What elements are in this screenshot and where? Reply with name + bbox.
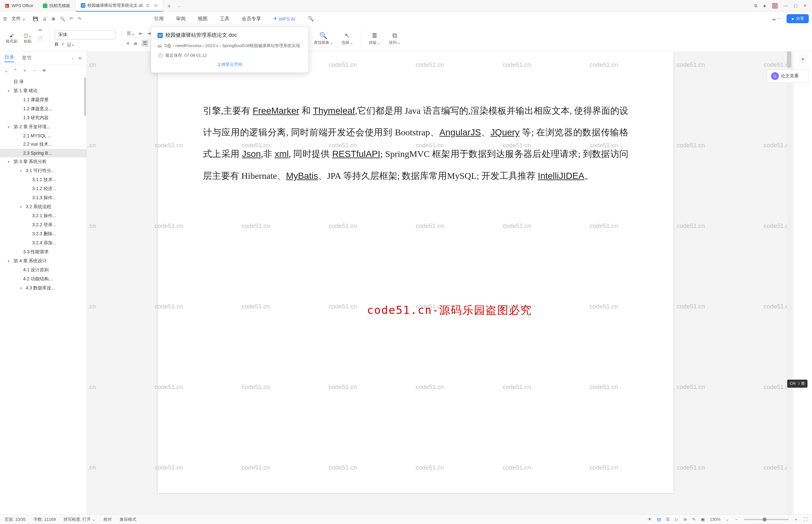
toc-down-icon[interactable]: ⌄	[4, 68, 9, 73]
toc-item[interactable]: ▾第 3 章 系统分析	[0, 157, 87, 166]
toc-item[interactable]: 3.1.1 技术...	[0, 175, 87, 184]
tab-document[interactable]: W 校园健康驿站管理系统论文.dc ⧉ ✕	[76, 0, 163, 12]
toc-item[interactable]: 1.1 课题背景	[0, 95, 87, 104]
undo-icon[interactable]: ↶	[70, 16, 73, 21]
zoom-in-icon[interactable]: ＋	[794, 517, 798, 522]
status-compat[interactable]: 兼容模式	[119, 517, 136, 522]
share-button[interactable]: ➤ 分享	[786, 14, 809, 23]
arrange-icon[interactable]: ⧉	[393, 32, 397, 39]
toc-item[interactable]: ▾第 4 章 系统设计	[0, 257, 87, 265]
search-icon[interactable]: 🔍	[308, 16, 314, 21]
toc-item[interactable]: ▾第 2 章 开发环境...	[0, 122, 87, 131]
align-left-icon[interactable]: ≡	[127, 40, 130, 46]
menu-tools[interactable]: 工具	[220, 16, 229, 22]
view-print-icon[interactable]: ▤	[657, 517, 661, 522]
italic-icon[interactable]: I	[62, 41, 64, 47]
find-icon[interactable]: 🔍	[319, 32, 327, 39]
toc-item[interactable]: 2.3 Spring B...	[0, 149, 87, 157]
toc-item[interactable]: 2.1 MYSQL ...	[0, 131, 87, 140]
toc-item[interactable]: 3.2.3 删除...	[0, 229, 87, 239]
add-tab-button[interactable]: ＋	[163, 2, 175, 10]
view-focus-icon[interactable]: ▣	[701, 517, 705, 522]
sidebar-tab-toc[interactable]: 目录	[4, 54, 14, 62]
status-page[interactable]: 页面: 10/35	[4, 517, 26, 522]
toc-item[interactable]: 3.3 性能需求	[0, 247, 87, 257]
popout-icon[interactable]: ⧉	[146, 3, 149, 8]
fullscreen-icon[interactable]: ⛶	[803, 517, 808, 522]
close-window-icon[interactable]: ✕	[803, 3, 807, 8]
upload-cloud-link[interactable]: 上传至云空间	[158, 62, 302, 67]
toc-item[interactable]: ▾4.3 数据库设...	[0, 283, 87, 293]
toc-item[interactable]: ▾3.2 系统流程	[0, 202, 87, 211]
bullets-icon[interactable]: ☰⌄	[127, 31, 135, 36]
export-icon[interactable]: 🖨	[43, 16, 47, 21]
view-read-icon[interactable]: 👁	[648, 517, 652, 522]
underline-icon[interactable]: U⌄	[67, 41, 75, 47]
paper-check-button[interactable]: G论文查重	[767, 69, 809, 83]
bold-icon[interactable]: B	[55, 41, 58, 47]
tab-menu-dropdown[interactable]: ⌄	[177, 3, 181, 8]
font-name-select[interactable]: 宋体	[55, 30, 116, 39]
toc-item[interactable]: 2.2 vue 技术...	[0, 140, 87, 149]
menu-review[interactable]: 审阅	[176, 16, 186, 22]
hamburger-icon[interactable]: ☰	[3, 16, 7, 21]
toc-item[interactable]: 4.1 设计原则	[0, 265, 87, 275]
tab-template[interactable]: 找稻壳模板	[38, 0, 76, 12]
zoom-value[interactable]: 130%	[710, 517, 720, 522]
menu-reference[interactable]: 引用	[154, 16, 164, 22]
toc-item[interactable]: 3.1.2 经济...	[0, 184, 87, 193]
toc-add-icon[interactable]: ＋	[22, 68, 27, 73]
menu-view[interactable]: 视图	[198, 16, 208, 22]
file-menu[interactable]: 文件⌄	[9, 15, 28, 23]
sidebar-tab-chapter[interactable]: 章节	[22, 55, 32, 61]
toc-up-icon[interactable]: ⌃	[14, 68, 17, 73]
zoom-out-icon[interactable]: －	[734, 517, 739, 522]
redo-icon[interactable]: ↷	[78, 16, 81, 21]
sidebar-next-icon[interactable]: ›	[72, 55, 73, 61]
toc-item[interactable]: 1.3 研究内容	[0, 113, 87, 122]
align-justify-icon[interactable]: ☰	[142, 39, 148, 47]
menu-vip[interactable]: 会员专享	[242, 16, 261, 22]
indent-dec-icon[interactable]: ⇤	[139, 31, 143, 36]
save-icon[interactable]: 💾	[33, 16, 38, 21]
preview-icon[interactable]: 🔍	[60, 16, 65, 21]
toc-item[interactable]: 1.2 课题意义...	[0, 104, 87, 113]
select-icon[interactable]: ↖	[345, 32, 350, 39]
document-canvas[interactable]: 引擎,主要有 FreeMarker 和 Thymeleaf,它们都是用 Java…	[87, 52, 812, 514]
toc-remove-icon[interactable]: －	[32, 68, 37, 73]
sidebar-close-icon[interactable]: ✕	[78, 55, 82, 61]
zoom-slider[interactable]	[744, 519, 789, 520]
toc-item[interactable]: 3.2.1 操作...	[0, 211, 87, 220]
cube-icon[interactable]: ◈	[763, 3, 766, 8]
align-center-icon[interactable]: ≣	[133, 40, 137, 46]
minimize-icon[interactable]: —	[784, 3, 788, 8]
avatar-icon[interactable]	[772, 3, 778, 9]
status-proof[interactable]: 校对	[103, 517, 112, 522]
view-play-icon[interactable]: ▷	[675, 517, 678, 522]
paste-icon[interactable]: 📋⌄	[23, 33, 32, 38]
menu-wps-ai[interactable]: ✦ WPS AI	[273, 16, 296, 21]
layout-icon[interactable]: ≣	[372, 32, 377, 39]
view-outline-icon[interactable]: ☰	[666, 517, 670, 522]
cut-icon[interactable]: ✂	[39, 28, 42, 33]
toc-item[interactable]: ▾第 1 章 绪论	[0, 86, 87, 95]
toc-item[interactable]: ▾3.1 可行性分...	[0, 166, 87, 175]
maximize-icon[interactable]: ▢	[794, 3, 797, 8]
close-tab-icon[interactable]: ✕	[154, 3, 158, 8]
ime-badge[interactable]: CH ☽ 简	[787, 380, 808, 388]
print-icon[interactable]: 🖶	[51, 16, 55, 21]
rail-layers-icon[interactable]: ≣	[800, 55, 806, 63]
toc-item[interactable]: 3.1.3 操作...	[0, 193, 87, 202]
copy-icon[interactable]: 📄	[38, 36, 43, 40]
toc-item[interactable]: 3.2.2 登录...	[0, 220, 87, 229]
status-words[interactable]: 字数: 11169	[34, 517, 56, 522]
toc-item[interactable]: 4.2 功能结构...	[0, 275, 87, 283]
format-brush-icon[interactable]: 🖌	[10, 33, 14, 38]
view-pen-icon[interactable]: ✎	[692, 517, 696, 522]
cloud-sync-icon[interactable]: ☁ 〰	[772, 16, 781, 21]
window-multi-icon[interactable]: ⧉	[754, 3, 757, 9]
toc-item[interactable]: 3.2.4 添加...	[0, 239, 87, 247]
toc-view-icon[interactable]: 👁	[42, 68, 46, 73]
status-spell[interactable]: 拼写检查: 打开 ⌄	[64, 517, 96, 522]
doc-scrollbar[interactable]	[787, 52, 791, 514]
